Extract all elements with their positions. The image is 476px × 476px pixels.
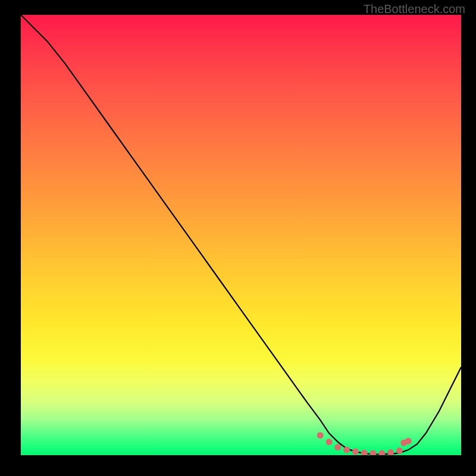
watermark-text: TheBottleneck.com — [364, 2, 465, 16]
bottleneck-curve-path — [21, 15, 461, 455]
valley-dots-group — [317, 432, 412, 455]
valley-dot — [400, 440, 407, 446]
chart-plot-area — [21, 15, 461, 455]
valley-dot — [370, 450, 377, 456]
valley-dot — [317, 432, 324, 439]
valley-dot — [334, 444, 341, 450]
valley-dot — [378, 450, 385, 456]
valley-dot — [405, 438, 412, 444]
valley-dot — [361, 450, 368, 455]
valley-dot — [387, 449, 394, 455]
valley-dot — [352, 449, 359, 455]
chart-svg — [21, 15, 461, 455]
valley-dot — [343, 447, 350, 453]
valley-dot — [326, 439, 333, 445]
valley-dot — [396, 447, 403, 454]
